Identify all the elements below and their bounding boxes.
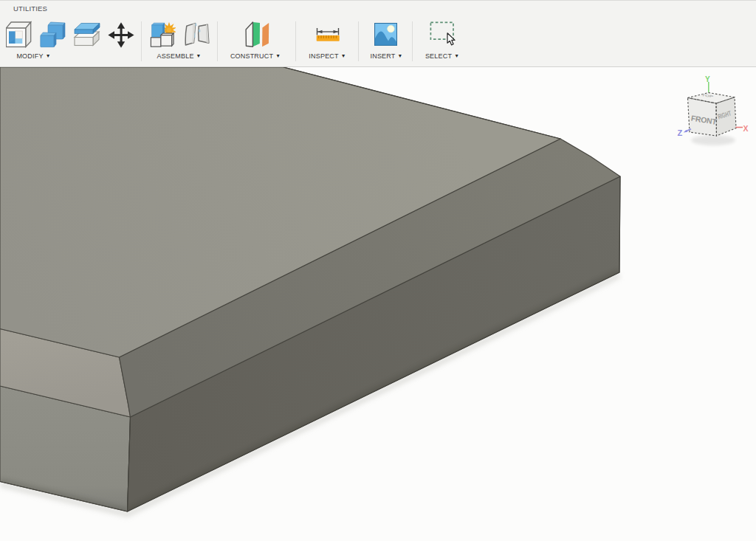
svg-text:Y: Y	[705, 75, 710, 83]
svg-text:Z: Z	[678, 128, 683, 137]
svg-text:X: X	[743, 124, 749, 133]
